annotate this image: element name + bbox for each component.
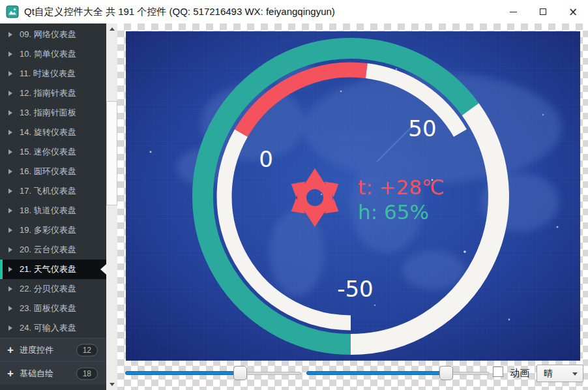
sidebar-item-label: 09. 网络仪表盘 xyxy=(20,29,76,40)
scale-label-min: -50 xyxy=(337,276,374,302)
minimize-icon xyxy=(510,12,517,12)
sidebar-item[interactable]: 10. 简单仪表盘 xyxy=(0,44,106,64)
animation-label: 动画 xyxy=(510,367,529,380)
window-controls: × xyxy=(498,0,588,23)
close-icon: × xyxy=(568,7,578,18)
sidebar-group-label: 进度控件 xyxy=(20,344,53,356)
slider-handle[interactable] xyxy=(233,366,247,380)
triangle-right-icon xyxy=(8,169,12,174)
weather-gauge-widget: 0 50 -50 t: +28℃ h: 65% xyxy=(126,31,580,361)
sidebar-item[interactable]: 12. 指南针表盘 xyxy=(0,83,106,103)
app-logo-icon xyxy=(6,5,19,18)
plus-icon: + xyxy=(7,344,14,355)
triangle-right-icon xyxy=(8,91,12,96)
triangle-right-icon xyxy=(8,228,12,233)
sidebar-item[interactable]: 20. 云台仪表盘 xyxy=(0,240,106,260)
sidebar-item[interactable]: 14. 旋转仪表盘 xyxy=(0,123,106,142)
sidebar-item-label: 19. 多彩仪表盘 xyxy=(20,224,76,236)
scrollbar-thumb[interactable] xyxy=(106,101,117,205)
sidebar-item-weather-gauge[interactable]: 21. 天气仪表盘 xyxy=(0,260,106,279)
sidebar-item-label: 16. 圆环仪表盘 xyxy=(20,166,76,177)
triangle-right-icon xyxy=(8,306,12,311)
minimize-button[interactable] xyxy=(498,0,528,23)
scale-label-zero: 0 xyxy=(259,146,273,172)
triangle-right-icon xyxy=(8,208,12,213)
sidebar-item[interactable]: 23. 面板仪表盘 xyxy=(0,299,106,318)
triangle-right-icon xyxy=(8,267,12,272)
sidebar-item-label: 12. 指南针表盘 xyxy=(20,87,76,99)
sidebar-item[interactable]: 09. 网络仪表盘 xyxy=(0,25,106,44)
slider-fill xyxy=(306,371,446,375)
weather-type-value: 晴 xyxy=(544,368,553,380)
triangle-right-icon xyxy=(8,110,12,115)
sidebar-item-label: 15. 迷你仪表盘 xyxy=(20,146,76,158)
slider-fill xyxy=(125,371,240,375)
sidebar-item-label: 22. 分贝仪表盘 xyxy=(20,283,76,295)
sidebar-item[interactable]: 24. 可输入表盘 xyxy=(0,318,106,338)
triangle-up-icon xyxy=(110,27,115,31)
sidebar-item[interactable]: 17. 飞机仪表盘 xyxy=(0,181,106,201)
value-slider-2[interactable] xyxy=(306,365,490,381)
triangle-right-icon xyxy=(8,130,12,135)
sidebar-item-label: 24. 可输入表盘 xyxy=(20,322,76,334)
sidebar-item-label: 20. 云台仪表盘 xyxy=(20,244,76,256)
triangle-right-icon xyxy=(8,149,12,155)
sidebar-group-label: 基础自绘 xyxy=(20,368,53,380)
sidebar-item[interactable]: 22. 分贝仪表盘 xyxy=(0,279,106,299)
triangle-right-icon xyxy=(8,71,12,76)
weather-type-select[interactable]: 晴 xyxy=(537,365,583,382)
value-slider-1[interactable] xyxy=(125,365,301,381)
widget-preview-area: 0 50 -50 t: +28℃ h: 65% xyxy=(117,23,588,390)
window-title: Qt自定义控件大全 共 191 个控件 (QQ: 517216493 WX: f… xyxy=(24,6,335,18)
sidebar-item[interactable]: 11. 时速仪表盘 xyxy=(0,64,106,83)
sidebar-item-label: 11. 时速仪表盘 xyxy=(20,68,76,80)
animation-checkbox[interactable] xyxy=(493,367,503,377)
count-badge: 12 xyxy=(76,344,98,356)
sidebar-scrollbar[interactable] xyxy=(106,23,117,390)
scale-label-max: 50 xyxy=(408,115,436,142)
slider-handle[interactable] xyxy=(439,366,453,380)
sidebar: 09. 网络仪表盘 10. 简单仪表盘 11. 时速仪表盘 12. 指南针表盘 … xyxy=(0,23,106,390)
sidebar-item-label: 21. 天气仪表盘 xyxy=(20,263,76,275)
sidebar-group-basic-draw[interactable]: + 基础自绘 18 xyxy=(0,361,106,385)
triangle-right-icon xyxy=(8,325,12,331)
scroll-down-button[interactable] xyxy=(106,380,117,389)
sidebar-item-label: 14. 旋转仪表盘 xyxy=(20,127,76,138)
plus-icon: + xyxy=(7,368,14,379)
triangle-left-icon xyxy=(100,264,106,275)
sidebar-item[interactable]: 13. 指南针面板 xyxy=(0,103,106,123)
chevron-down-icon xyxy=(572,372,578,376)
sidebar-item-label: 13. 指南针面板 xyxy=(20,107,76,119)
sidebar-item-label: 10. 简单仪表盘 xyxy=(20,48,76,60)
triangle-right-icon xyxy=(8,188,12,194)
triangle-right-icon xyxy=(8,286,12,292)
app-window: Qt自定义控件大全 共 191 个控件 (QQ: 517216493 WX: f… xyxy=(0,0,588,390)
close-button[interactable]: × xyxy=(558,0,588,23)
triangle-right-icon xyxy=(8,52,12,57)
scroll-up-button[interactable] xyxy=(106,24,117,34)
triangle-down-icon xyxy=(110,383,115,386)
triangle-right-icon xyxy=(8,247,12,252)
count-badge: 18 xyxy=(76,367,98,380)
sidebar-item-label: 18. 轨道仪表盘 xyxy=(20,205,76,217)
sidebar-item-label: 17. 飞机仪表盘 xyxy=(20,185,76,197)
humidity-text: h: 65% xyxy=(358,200,429,224)
triangle-right-icon xyxy=(8,32,12,37)
sidebar-item[interactable]: 15. 迷你仪表盘 xyxy=(0,142,106,162)
sidebar-item-label: 23. 面板仪表盘 xyxy=(20,303,76,314)
titlebar[interactable]: Qt自定义控件大全 共 191 个控件 (QQ: 517216493 WX: f… xyxy=(0,0,588,23)
sidebar-item[interactable]: 18. 轨道仪表盘 xyxy=(0,201,106,220)
temperature-text: t: +28℃ xyxy=(358,175,445,199)
sidebar-group-progress[interactable]: + 进度控件 12 xyxy=(0,338,106,361)
sidebar-item[interactable]: 16. 圆环仪表盘 xyxy=(0,162,106,181)
maximize-button[interactable] xyxy=(528,0,558,23)
maximize-icon xyxy=(540,8,546,15)
sidebar-item[interactable]: 19. 多彩仪表盘 xyxy=(0,220,106,240)
